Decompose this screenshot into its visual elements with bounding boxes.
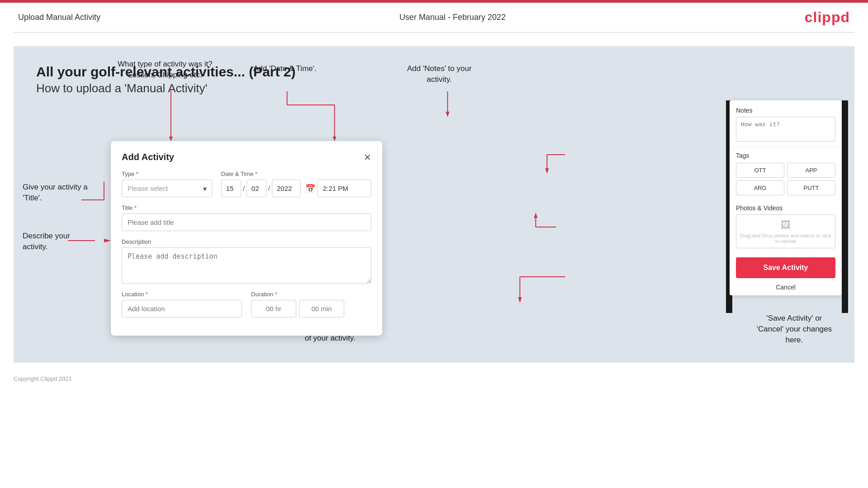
modal-title: Add Activity: [122, 152, 174, 162]
calendar-icon[interactable]: 📅: [305, 184, 315, 194]
annotation-title: Give your activity a'Title'.: [23, 182, 88, 204]
svg-marker-2: [169, 137, 173, 141]
close-button[interactable]: ✕: [364, 153, 371, 162]
duration-min[interactable]: [299, 300, 344, 317]
duration-inputs: [251, 300, 371, 317]
duration-hr[interactable]: [251, 300, 296, 317]
type-label: Type *: [122, 171, 212, 177]
copyright: Copyright Clippd 2021: [14, 375, 72, 382]
notes-textarea[interactable]: [736, 117, 835, 142]
tag-arg[interactable]: ARG: [736, 180, 784, 195]
location-group: Location *: [122, 291, 242, 317]
svg-marker-25: [534, 213, 537, 218]
annotation-notes-text: Add 'Notes' to youractivity.: [407, 63, 472, 85]
upload-text: Drag and Drop photos and videos or click…: [736, 233, 835, 244]
annotation-notes: Add 'Notes' to youractivity.: [407, 63, 472, 85]
annotation-description-text: Describe youractivity.: [23, 231, 70, 252]
duration-label: Duration *: [251, 291, 371, 298]
datetime-group: Date & Time * / / 📅: [221, 171, 371, 197]
photos-section: Photos & Videos 🖼 Drag and Drop photos a…: [730, 204, 842, 253]
svg-marker-20: [446, 112, 449, 117]
location-input[interactable]: [122, 300, 242, 317]
annotation-datetime: Add 'Date & Time'.: [253, 63, 317, 74]
tags-grid: OTT APP ARG PUTT: [736, 163, 835, 195]
logo: clippd: [805, 9, 850, 26]
modal-header: Add Activity ✕: [122, 152, 371, 162]
type-select-wrapper: Please select: [122, 180, 212, 197]
phone-sidebar-right: [842, 100, 848, 313]
type-group: Type * Please select: [122, 171, 212, 197]
svg-marker-23: [545, 168, 549, 174]
annotation-savecancel-text: 'Save Activity' or'Cancel' your changesh…: [757, 313, 832, 345]
header-left: Upload Manual Activity: [18, 13, 100, 22]
main-content: All your golf-relevant activities... (Pa…: [14, 46, 854, 363]
notes-section: Notes: [730, 100, 842, 147]
tag-ott[interactable]: OTT: [736, 163, 784, 178]
header: Upload Manual Activity User Manual - Feb…: [0, 3, 868, 32]
duration-group: Duration *: [251, 291, 371, 317]
location-label: Location *: [122, 291, 242, 298]
date-year[interactable]: [272, 180, 301, 197]
footer: Copyright Clippd 2021: [0, 372, 868, 386]
add-activity-modal: Add Activity ✕ Type * Please select Date…: [111, 141, 382, 336]
notes-label: Notes: [736, 107, 835, 114]
save-activity-button[interactable]: Save Activity: [736, 257, 835, 278]
title-label: Title *: [122, 204, 371, 211]
title-group: Title *: [122, 204, 371, 231]
svg-marker-12: [104, 239, 111, 242]
type-datetime-row: Type * Please select Date & Time * / /: [122, 171, 371, 197]
annotation-datetime-text: Add 'Date & Time'.: [253, 63, 317, 74]
cancel-link[interactable]: Cancel: [730, 281, 842, 295]
annotation-type: What type of activity was it?Lesson, Chi…: [118, 59, 213, 81]
upload-area[interactable]: 🖼 Drag and Drop photos and videos or cli…: [736, 214, 835, 248]
photos-label: Photos & Videos: [736, 204, 835, 212]
description-label: Description: [122, 238, 371, 245]
svg-marker-29: [518, 297, 522, 303]
tags-label: Tags: [736, 152, 835, 159]
type-select[interactable]: Please select: [122, 180, 212, 197]
annotation-type-text: What type of activity was it?Lesson, Chi…: [118, 59, 213, 81]
tags-section: Tags OTT APP ARG PUTT: [730, 147, 842, 204]
tag-app[interactable]: APP: [787, 163, 835, 178]
right-panel: Notes Tags OTT APP ARG PUTT Photos & Vid…: [730, 100, 842, 295]
title-input[interactable]: [122, 213, 371, 231]
header-center: User Manual - February 2022: [399, 13, 506, 22]
header-divider: [14, 32, 854, 33]
annotation-savecancel: 'Save Activity' or'Cancel' your changesh…: [757, 313, 832, 345]
upload-icon: 🖼: [781, 219, 791, 231]
location-duration-row: Location * Duration *: [122, 291, 371, 317]
description-group: Description: [122, 238, 371, 284]
time-input[interactable]: [317, 180, 371, 197]
svg-marker-6: [333, 137, 337, 141]
date-group: / / 📅: [221, 180, 371, 197]
description-textarea[interactable]: [122, 247, 371, 284]
annotation-description: Describe youractivity.: [23, 231, 70, 252]
datetime-label: Date & Time *: [221, 171, 371, 177]
date-day[interactable]: [221, 180, 241, 197]
annotation-title-text: Give your activity a'Title'.: [23, 182, 88, 204]
date-month[interactable]: [247, 180, 266, 197]
tag-putt[interactable]: PUTT: [787, 180, 835, 195]
